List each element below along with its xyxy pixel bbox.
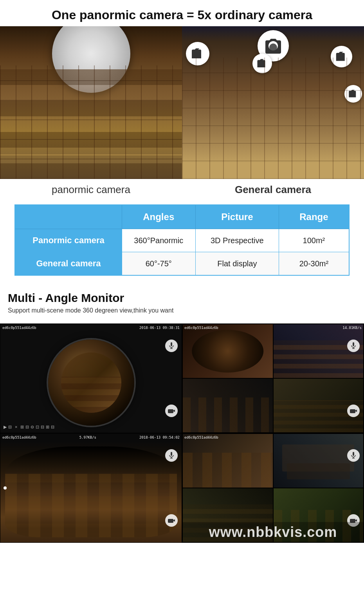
monitor-feed-3: ed6c0p551ad44z6b 5.97KB/s 2018-06-13 09:…: [0, 433, 182, 543]
multi-angle-title: Multi - Angle Monitor: [8, 291, 356, 305]
overlay-top-4: ed6c0p551ad44z6b: [184, 435, 362, 439]
camera-btn-1[interactable]: [165, 405, 178, 417]
svg-rect-8: [168, 409, 173, 413]
panormic-row-range: 100m²: [279, 229, 349, 252]
general-label: General camera: [182, 179, 364, 201]
svg-rect-20: [353, 452, 354, 456]
monitor-feed-2: ed6c0p551ad44z6b 14.81KB/s: [182, 323, 364, 433]
panormic-scene: [0, 26, 182, 179]
overlay-top-3: ed6c0p551ad44z6b 5.97KB/s 2018-06-13 09:…: [2, 435, 180, 439]
svg-marker-19: [173, 519, 175, 522]
table-header-angles: Angles: [122, 205, 195, 229]
mic-btn-1[interactable]: [165, 340, 178, 352]
watermark: www.nbbkvis.com: [182, 522, 364, 542]
device-id-2: ed6c0p551ad44z6b: [184, 326, 218, 330]
camera-comparison: [0, 26, 364, 179]
barrel-scene: [0, 441, 182, 542]
panormic-row-label: Panormic camera: [15, 229, 122, 252]
svg-rect-15: [171, 452, 172, 456]
fisheye-circle-1: [48, 340, 134, 426]
general-camera-block: [182, 26, 364, 179]
camera-labels: panormic camera General camera: [0, 179, 364, 201]
panormic-row-angles: 360°Panormic: [122, 229, 195, 252]
device-id-4: ed6c0p551ad44z6b: [184, 435, 218, 439]
svg-rect-10: [353, 342, 354, 346]
panormic-row-picture: 3D Prespective: [195, 229, 279, 252]
timestamp-3: 2018-06-13 09:54:02: [139, 435, 180, 439]
sub-feed-2-3: [182, 378, 273, 433]
monitor-feed-1: ed6c0p551ad44z6b 2018-06-13 09:38:31 ▶ ⊟…: [0, 323, 182, 433]
speed-2: 14.81KB/s: [342, 326, 362, 330]
monitor-grid: ed6c0p551ad44z6b 2018-06-13 09:38:31 ▶ ⊟…: [0, 323, 364, 543]
side-camera-icon-4: [344, 85, 362, 103]
monitor-feed-4: ed6c0p551ad44z6b www.nbbkvis.com: [182, 433, 364, 543]
side-camera-icon-2: [331, 46, 352, 67]
sub-feed-4-1: [182, 434, 273, 488]
table-header-empty: [15, 205, 122, 229]
general-row-range: 20-30m²: [279, 252, 349, 276]
mic-btn-4[interactable]: [347, 449, 360, 462]
panormic-label: panormic camera: [0, 179, 182, 201]
svg-point-3: [260, 63, 264, 67]
page-title: One panormic camera = 5x ordinary camera: [4, 8, 360, 22]
overlay-top-1: ed6c0p551ad44z6b 2018-06-13 09:38:31: [2, 326, 180, 330]
controls-1: ▶ ⊟ × ⊞ ⊟ ⊖ ⊡ ⊟ ⊞ ⊟: [4, 425, 54, 430]
svg-marker-24: [355, 519, 357, 522]
mic-btn-2[interactable]: [347, 340, 360, 352]
page-header: One panormic camera = 5x ordinary camera: [0, 0, 364, 26]
general-row-picture: Flat display: [195, 252, 279, 276]
camera-btn-2[interactable]: [347, 405, 360, 417]
table-row-panormic: Panormic camera 360°Panormic 3D Prespect…: [15, 229, 349, 252]
general-scene: [182, 26, 364, 179]
svg-rect-13: [350, 409, 355, 413]
side-camera-icon-1: [186, 42, 209, 65]
svg-point-4: [351, 93, 355, 96]
sub-feed-2-1: [182, 324, 273, 378]
table-header-picture: Picture: [195, 205, 279, 229]
panormic-camera-block: [0, 26, 182, 179]
svg-marker-14: [355, 410, 357, 412]
table-header-range: Range: [279, 205, 349, 229]
overlay-top-2: ed6c0p551ad44z6b 14.81KB/s: [184, 326, 362, 330]
svg-rect-18: [168, 519, 173, 523]
comparison-table: Angles Picture Range Panormic camera 360…: [14, 204, 350, 276]
dot-indicator-3: [4, 486, 7, 490]
table-row-general: General camera 60°-75° Flat display 20-3…: [15, 252, 349, 276]
general-row-label: General camera: [15, 252, 122, 276]
device-id-1: ed6c0p551ad44z6b: [2, 326, 36, 330]
camera-btn-3[interactable]: [165, 514, 178, 527]
svg-marker-9: [173, 410, 175, 412]
timestamp-1: 2018-06-13 09:38:31: [139, 326, 180, 330]
side-camera-icon-3: [252, 54, 272, 73]
mic-btn-3[interactable]: [165, 449, 178, 462]
general-row-angles: 60°-75°: [122, 252, 195, 276]
multi-angle-subtitle: Support multi-scene mode 360 degreen vie…: [8, 307, 356, 314]
multi-angle-section: Multi - Angle Monitor Support multi-scen…: [0, 284, 364, 318]
svg-rect-5: [171, 342, 172, 346]
speed-3: 5.97KB/s: [79, 435, 96, 439]
device-id-3: ed6c0p551ad44z6b: [2, 435, 36, 439]
